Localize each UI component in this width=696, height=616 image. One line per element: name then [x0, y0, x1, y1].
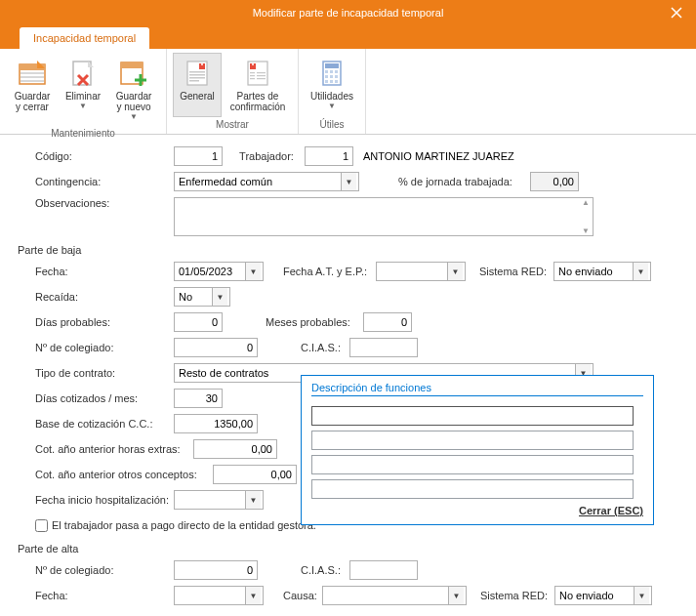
svg-rect-24 — [325, 70, 328, 73]
descripcion-line-1[interactable] — [311, 406, 634, 426]
svg-rect-23 — [325, 63, 339, 68]
chevron-down-icon[interactable]: ▼ — [448, 587, 464, 604]
contingencia-combo[interactable]: ▼ — [174, 172, 359, 191]
scroll-down-icon[interactable]: ▼ — [579, 226, 593, 235]
calculator-icon — [316, 58, 348, 89]
chevron-down-icon: ▼ — [328, 102, 336, 110]
observaciones-field[interactable] — [175, 198, 579, 235]
svg-rect-32 — [335, 80, 338, 83]
svg-rect-17 — [257, 72, 266, 73]
save-new-icon — [118, 58, 149, 89]
baja-fecha-value[interactable] — [175, 263, 245, 280]
meses-prob-field[interactable] — [363, 312, 412, 332]
tipo-contrato-label: Tipo de contrato: — [18, 367, 174, 379]
close-icon — [671, 7, 682, 19]
chevron-down-icon[interactable]: ▼ — [341, 173, 356, 190]
alta-causa-label: Causa: — [283, 590, 322, 601]
svg-rect-16 — [250, 72, 255, 73]
save-close-icon — [17, 58, 48, 89]
svg-rect-31 — [330, 80, 333, 83]
fecha-hosp-label: Fecha inicio hospitalización: — [18, 494, 174, 506]
observaciones-label: Observaciones: — [18, 197, 174, 209]
base-cc-field[interactable] — [174, 414, 258, 433]
chevron-down-icon[interactable]: ▼ — [447, 263, 463, 280]
contingencia-value[interactable] — [175, 173, 341, 190]
contingencia-label: Contingencia: — [18, 176, 174, 187]
baja-colegiado-field[interactable] — [174, 338, 258, 357]
svg-rect-4 — [20, 80, 44, 82]
alta-sistema-red-label: Sistema RED: — [480, 590, 554, 601]
save-close-label: Guardar y cerrar — [15, 91, 51, 112]
cot-otros-field[interactable] — [213, 465, 297, 484]
cot-horas-field[interactable] — [193, 439, 277, 459]
alta-cias-field[interactable] — [349, 560, 418, 580]
chevron-down-icon[interactable]: ▼ — [634, 587, 649, 604]
svg-rect-12 — [189, 77, 205, 79]
alta-sistema-red-combo[interactable]: ▼ — [554, 586, 652, 605]
svg-rect-7 — [121, 62, 143, 68]
chevron-down-icon[interactable]: ▼ — [245, 263, 261, 280]
chevron-down-icon[interactable]: ▼ — [212, 288, 227, 306]
svg-rect-29 — [335, 75, 338, 78]
baja-fecha-at-label: Fecha A.T. y E.P.: — [283, 266, 376, 277]
fecha-hosp-value[interactable] — [175, 491, 245, 509]
delete-label: Eliminar — [65, 91, 101, 102]
pago-directo-checkbox[interactable] — [35, 519, 48, 532]
partes-confirmacion-icon — [242, 58, 273, 89]
trabajador-name — [359, 146, 603, 166]
svg-rect-21 — [257, 78, 266, 79]
fecha-hosp-field[interactable]: ▼ — [174, 490, 264, 510]
tab-incapacidad-temporal[interactable]: Incapacidad temporal — [20, 27, 149, 49]
alta-fecha-field[interactable]: ▼ — [174, 586, 264, 605]
chevron-down-icon: ▼ — [79, 102, 87, 110]
save-close-button[interactable]: Guardar y cerrar — [6, 53, 59, 126]
alta-fecha-label: Fecha: — [18, 590, 174, 601]
chevron-down-icon[interactable]: ▼ — [633, 263, 648, 280]
baja-sistema-red-combo[interactable]: ▼ — [553, 262, 651, 281]
scroll-up-icon[interactable]: ▲ — [579, 198, 593, 207]
meses-prob-label: Meses probables: — [266, 316, 363, 328]
baja-fecha-at-field[interactable]: ▼ — [376, 262, 466, 281]
popup-close-button[interactable]: Cerrar (ESC) — [311, 505, 643, 516]
ribbon-group-mostrar: General Partes de confirmación Mostrar — [167, 49, 299, 134]
dias-prob-field[interactable] — [174, 312, 223, 332]
trabajador-code-field[interactable] — [305, 146, 353, 166]
svg-rect-13 — [189, 80, 199, 82]
pct-jornada-field — [530, 172, 579, 191]
delete-button[interactable]: Eliminar ▼ — [61, 53, 105, 126]
window-close-button[interactable] — [657, 0, 696, 25]
svg-rect-20 — [250, 78, 255, 79]
recaida-combo[interactable]: ▼ — [174, 287, 230, 307]
chevron-down-icon[interactable]: ▼ — [245, 587, 261, 604]
general-icon — [182, 58, 213, 89]
observaciones-field-wrapper: ▲ ▼ — [174, 197, 594, 236]
general-button[interactable]: General — [173, 53, 222, 117]
codigo-field[interactable] — [174, 146, 223, 166]
baja-fecha-field[interactable]: ▼ — [174, 262, 264, 281]
descripcion-line-2[interactable] — [311, 431, 634, 450]
baja-sistema-red-label: Sistema RED: — [479, 266, 553, 277]
chevron-down-icon[interactable]: ▼ — [245, 491, 261, 509]
baja-cias-field[interactable] — [349, 338, 418, 357]
alta-sistema-red-value[interactable] — [555, 587, 634, 604]
partes-confirmacion-label: Partes de confirmación — [230, 91, 286, 112]
alta-fecha-value[interactable] — [175, 587, 245, 604]
descripcion-line-3[interactable] — [311, 455, 634, 474]
recaida-value[interactable] — [175, 288, 212, 306]
alta-colegiado-field[interactable] — [174, 560, 258, 580]
utilidades-button[interactable]: Utilidades ▼ — [305, 53, 359, 115]
save-new-button[interactable]: Guardar y nuevo ▼ — [107, 53, 160, 126]
partes-confirmacion-button[interactable]: Partes de confirmación — [224, 53, 292, 117]
baja-fecha-at-value[interactable] — [377, 263, 447, 280]
general-label: General — [180, 91, 215, 102]
svg-rect-3 — [20, 76, 44, 78]
baja-sistema-red-value[interactable] — [554, 263, 633, 280]
descripcion-line-4[interactable] — [311, 479, 634, 499]
alta-causa-combo[interactable]: ▼ — [322, 586, 467, 605]
trabajador-label: Trabajador: — [232, 150, 301, 162]
alta-causa-value[interactable] — [323, 587, 448, 604]
dias-cot-field[interactable] — [174, 389, 223, 408]
recaida-label: Recaída: — [18, 291, 174, 303]
form-content: Código: Trabajador: Contingencia: ▼ % de… — [0, 135, 696, 616]
ribbon-group-utiles: Utilidades ▼ Útiles — [299, 49, 366, 134]
